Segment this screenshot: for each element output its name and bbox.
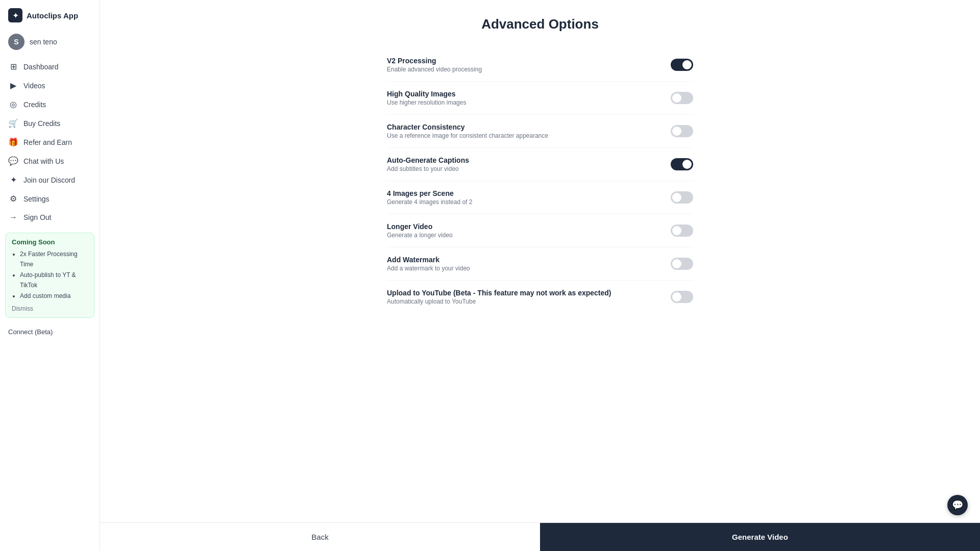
content-area: Advanced Options V2 ProcessingEnable adv… bbox=[100, 0, 980, 522]
toggle-track-add-watermark[interactable] bbox=[671, 258, 693, 270]
sidebar-item-settings[interactable]: ⚙ Settings bbox=[0, 189, 100, 208]
sidebar-item-label: Dashboard bbox=[23, 63, 59, 71]
toggle-thumb-high-quality-images bbox=[672, 93, 681, 103]
option-desc-v2-processing: Enable advanced video processing bbox=[387, 66, 658, 73]
option-desc-upload-youtube: Automatically upload to YouTube bbox=[387, 298, 658, 305]
option-desc-add-watermark: Add a watermark to your video bbox=[387, 265, 658, 272]
sidebar-item-label: Videos bbox=[23, 82, 45, 90]
option-label-v2-processing: V2 Processing bbox=[387, 57, 658, 65]
settings-icon: ⚙ bbox=[8, 194, 18, 204]
option-desc-high-quality-images: Use higher resolution images bbox=[387, 99, 658, 106]
option-label-high-quality-images: High Quality Images bbox=[387, 90, 658, 98]
option-label-longer-video: Longer Video bbox=[387, 222, 658, 231]
option-row-character-consistency: Character ConsistencyUse a reference ima… bbox=[387, 115, 693, 148]
sidebar-item-credits[interactable]: ◎ Credits bbox=[0, 95, 100, 114]
option-info-add-watermark: Add WatermarkAdd a watermark to your vid… bbox=[387, 256, 671, 272]
option-label-character-consistency: Character Consistency bbox=[387, 123, 658, 131]
option-label-upload-youtube: Upload to YouTube (Beta - This feature m… bbox=[387, 289, 658, 297]
sidebar-item-chat[interactable]: 💬 Chat with Us bbox=[0, 152, 100, 170]
dashboard-icon: ⊞ bbox=[8, 62, 18, 71]
toggle-longer-video[interactable] bbox=[671, 224, 693, 237]
option-desc-longer-video: Generate a longer video bbox=[387, 232, 658, 239]
option-row-v2-processing: V2 ProcessingEnable advanced video proce… bbox=[387, 48, 693, 82]
coming-soon-item-1: 2x Faster Processing Time bbox=[20, 249, 88, 270]
sidebar-nav: ⊞ Dashboard ▶ Videos ◎ Credits 🛒 Buy Cre… bbox=[0, 57, 100, 227]
connect-beta[interactable]: Connect (Beta) bbox=[0, 324, 100, 340]
coming-soon-item-3: Add custom media bbox=[20, 291, 88, 301]
back-button[interactable]: Back bbox=[100, 523, 540, 551]
logo-icon: ✦ bbox=[8, 8, 22, 22]
toggle-v2-processing[interactable] bbox=[671, 59, 693, 71]
dismiss-button[interactable]: Dismiss bbox=[12, 305, 33, 312]
toggle-thumb-upload-youtube bbox=[672, 292, 681, 302]
chat-bubble-icon: 💬 bbox=[952, 499, 963, 511]
sidebar-item-label: Sign Out bbox=[23, 213, 51, 221]
toggle-4-images-per-scene[interactable] bbox=[671, 191, 693, 204]
sidebar-item-label: Buy Credits bbox=[23, 119, 60, 128]
toggle-add-watermark[interactable] bbox=[671, 258, 693, 270]
logo-area: ✦ Autoclips App bbox=[0, 0, 100, 29]
coming-soon-list: 2x Faster Processing Time Auto-publish t… bbox=[12, 249, 88, 301]
toggle-high-quality-images[interactable] bbox=[671, 92, 693, 104]
toggle-track-longer-video[interactable] bbox=[671, 224, 693, 237]
toggle-upload-youtube[interactable] bbox=[671, 291, 693, 303]
option-info-4-images-per-scene: 4 Images per SceneGenerate 4 images inst… bbox=[387, 189, 671, 206]
option-info-character-consistency: Character ConsistencyUse a reference ima… bbox=[387, 123, 671, 139]
buy-credits-icon: 🛒 bbox=[8, 118, 18, 128]
option-info-upload-youtube: Upload to YouTube (Beta - This feature m… bbox=[387, 289, 671, 305]
toggle-thumb-character-consistency bbox=[672, 127, 681, 136]
option-desc-auto-generate-captions: Add subtitles to your video bbox=[387, 165, 658, 172]
option-row-longer-video: Longer VideoGenerate a longer video bbox=[387, 214, 693, 247]
sidebar-item-signout[interactable]: → Sign Out bbox=[0, 208, 100, 227]
toggle-track-auto-generate-captions[interactable] bbox=[671, 158, 693, 170]
toggle-thumb-4-images-per-scene bbox=[672, 193, 681, 202]
toggle-track-v2-processing[interactable] bbox=[671, 59, 693, 71]
app-name: Autoclips App bbox=[27, 11, 78, 20]
option-info-v2-processing: V2 ProcessingEnable advanced video proce… bbox=[387, 57, 671, 73]
sidebar-item-refer-earn[interactable]: 🎁 Refer and Earn bbox=[0, 133, 100, 152]
toggle-track-high-quality-images[interactable] bbox=[671, 92, 693, 104]
sidebar-item-label: Refer and Earn bbox=[23, 138, 72, 146]
option-label-auto-generate-captions: Auto-Generate Captions bbox=[387, 156, 658, 164]
videos-icon: ▶ bbox=[8, 81, 18, 90]
sidebar-item-label: Settings bbox=[23, 195, 50, 203]
sidebar-item-buy-credits[interactable]: 🛒 Buy Credits bbox=[0, 114, 100, 133]
coming-soon-box: Coming Soon 2x Faster Processing Time Au… bbox=[5, 233, 94, 318]
option-row-add-watermark: Add WatermarkAdd a watermark to your vid… bbox=[387, 247, 693, 281]
sidebar-item-dashboard[interactable]: ⊞ Dashboard bbox=[0, 57, 100, 76]
user-section: S sen teno bbox=[0, 29, 100, 57]
sidebar-item-label: Join our Discord bbox=[23, 176, 75, 184]
option-info-longer-video: Longer VideoGenerate a longer video bbox=[387, 222, 671, 239]
toggle-track-4-images-per-scene[interactable] bbox=[671, 191, 693, 204]
toggle-thumb-add-watermark bbox=[672, 259, 681, 268]
coming-soon-item-2: Auto-publish to YT & TikTok bbox=[20, 270, 88, 291]
toggle-character-consistency[interactable] bbox=[671, 125, 693, 137]
discord-icon: ✦ bbox=[8, 175, 18, 185]
username: sen teno bbox=[30, 38, 57, 46]
option-desc-4-images-per-scene: Generate 4 images instead of 2 bbox=[387, 198, 658, 206]
toggle-thumb-v2-processing bbox=[682, 60, 692, 69]
option-label-4-images-per-scene: 4 Images per Scene bbox=[387, 189, 658, 197]
toggle-track-character-consistency[interactable] bbox=[671, 125, 693, 137]
option-desc-character-consistency: Use a reference image for consistent cha… bbox=[387, 132, 658, 139]
main-content: Advanced Options V2 ProcessingEnable adv… bbox=[100, 0, 980, 551]
chat-icon: 💬 bbox=[8, 156, 18, 166]
option-info-auto-generate-captions: Auto-Generate CaptionsAdd subtitles to y… bbox=[387, 156, 671, 172]
option-info-high-quality-images: High Quality ImagesUse higher resolution… bbox=[387, 90, 671, 106]
toggle-thumb-longer-video bbox=[672, 226, 681, 235]
signout-icon: → bbox=[8, 213, 18, 222]
option-row-upload-youtube: Upload to YouTube (Beta - This feature m… bbox=[387, 281, 693, 313]
toggle-thumb-auto-generate-captions bbox=[682, 160, 692, 169]
toggle-track-upload-youtube[interactable] bbox=[671, 291, 693, 303]
sidebar-item-discord[interactable]: ✦ Join our Discord bbox=[0, 170, 100, 189]
option-row-high-quality-images: High Quality ImagesUse higher resolution… bbox=[387, 82, 693, 115]
options-list: V2 ProcessingEnable advanced video proce… bbox=[387, 48, 693, 313]
sidebar-item-videos[interactable]: ▶ Videos bbox=[0, 76, 100, 95]
toggle-auto-generate-captions[interactable] bbox=[671, 158, 693, 170]
generate-button[interactable]: Generate Video bbox=[540, 523, 980, 551]
sidebar-item-label: Credits bbox=[23, 101, 46, 109]
bottom-bar: Back Generate Video bbox=[100, 522, 980, 551]
coming-soon-title: Coming Soon bbox=[12, 238, 88, 246]
refer-earn-icon: 🎁 bbox=[8, 137, 18, 147]
chat-bubble-button[interactable]: 💬 bbox=[947, 495, 968, 515]
